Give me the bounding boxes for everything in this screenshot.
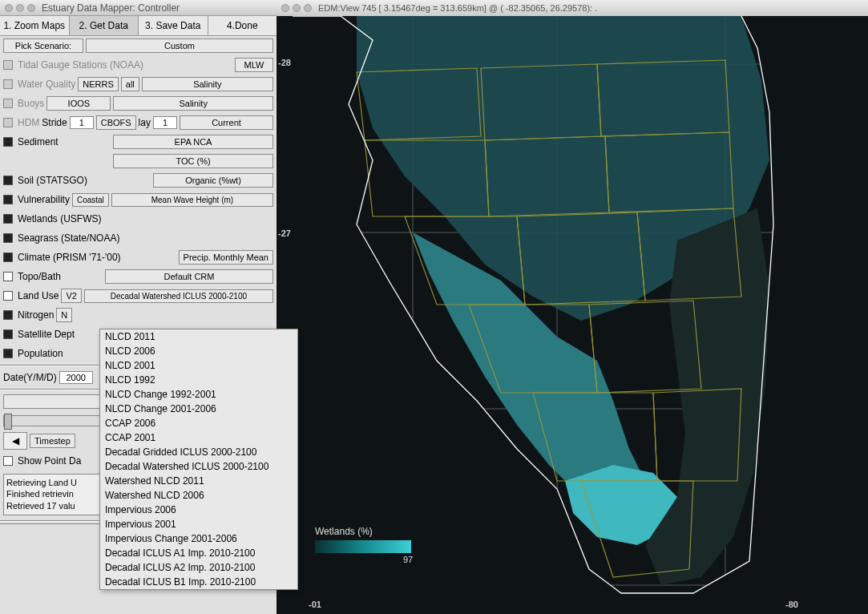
dropdown-item[interactable]: Watershed NLCD 2006 bbox=[100, 488, 297, 503]
climate-checkbox[interactable] bbox=[3, 252, 13, 262]
tab-save-data[interactable]: 3. Save Data bbox=[139, 16, 208, 35]
climate-precip-button[interactable]: Precip. Monthly Mean bbox=[179, 250, 273, 265]
topo-checkbox[interactable] bbox=[3, 272, 13, 281]
viewer-titlebar: EDM:View 745 [ 3.15467deg = 313.659km] @… bbox=[277, 0, 868, 16]
dropdown-item[interactable]: Decadal ICLUS A1 Imp. 2010-2100 bbox=[100, 546, 297, 560]
controller-titlebar: Estuary Data Mapper: Controller bbox=[0, 0, 277, 16]
scenario-select[interactable]: Custom bbox=[86, 38, 273, 53]
dropdown-item[interactable]: Impervious Change 2001-2006 bbox=[100, 531, 297, 546]
buoys-label: Buoys bbox=[18, 98, 44, 109]
tidal-label: Tidal Gauge Stations (NOAA) bbox=[18, 59, 143, 71]
buoys-ioos-button[interactable]: IOOS bbox=[46, 96, 111, 111]
dropdown-item[interactable]: CCAP 2006 bbox=[100, 416, 297, 430]
vuln-label: Vulnerability bbox=[18, 194, 70, 205]
lat-tick: -27 bbox=[278, 228, 291, 238]
controller-panel: Estuary Data Mapper: Controller 1. Zoom … bbox=[0, 0, 277, 614]
nitrogen-checkbox[interactable] bbox=[3, 310, 13, 320]
dropdown-item[interactable]: Decadal ICLUS A2 Imp. 2010-2100 bbox=[100, 560, 297, 575]
buoys-checkbox[interactable] bbox=[3, 99, 13, 108]
vuln-coastal-button[interactable]: Coastal bbox=[72, 193, 109, 207]
soil-checkbox[interactable] bbox=[3, 176, 13, 185]
tab-zoom-maps[interactable]: 1. Zoom Maps bbox=[0, 16, 70, 35]
dropdown-item[interactable]: Watershed NLCD 2011 bbox=[100, 474, 297, 488]
legend-title: Wetlands (%) bbox=[315, 526, 413, 537]
lat-tick: -28 bbox=[278, 58, 291, 67]
dropdown-item[interactable]: NLCD Change 2001-2006 bbox=[100, 402, 297, 416]
dropdown-item[interactable]: NLCD 1992 bbox=[100, 373, 297, 387]
dropdown-item[interactable]: Decadal Gridded ICLUS 2000-2100 bbox=[100, 445, 297, 459]
hdm-checkbox[interactable] bbox=[3, 118, 13, 127]
wq-all-button[interactable]: all bbox=[121, 77, 139, 91]
seagrass-checkbox[interactable] bbox=[3, 233, 13, 243]
population-checkbox[interactable] bbox=[3, 349, 13, 358]
nitrogen-n-button[interactable]: N bbox=[56, 308, 72, 322]
lay-label: lay bbox=[139, 117, 151, 128]
topo-label: Topo/Bath bbox=[18, 271, 61, 282]
tidal-checkbox[interactable] bbox=[3, 60, 13, 70]
dropdown-item[interactable]: Decadal ICLUS B1 Imp. 2010-2100 bbox=[100, 575, 297, 589]
hdm-label: HDM bbox=[18, 117, 39, 128]
date-label: Date(Y/M/D) bbox=[3, 372, 57, 383]
tab-done[interactable]: 4.Done bbox=[208, 16, 277, 35]
wq-nerrs-button[interactable]: NERRS bbox=[78, 77, 119, 91]
satellite-label: Satellite bbox=[18, 329, 52, 340]
map-canvas[interactable] bbox=[277, 16, 868, 614]
seagrass-label: Seagrass (State/NOAA) bbox=[18, 232, 119, 244]
dropdown-item[interactable]: NLCD 2001 bbox=[100, 358, 297, 373]
landuse-checkbox[interactable] bbox=[3, 291, 13, 301]
sediment-checkbox[interactable] bbox=[3, 137, 13, 147]
sediment-epa-button[interactable]: EPA NCA bbox=[113, 135, 273, 149]
vuln-wave-button[interactable]: Mean Wave Height (m) bbox=[111, 193, 273, 207]
date-year-input[interactable] bbox=[59, 371, 93, 384]
tidal-mlw-button[interactable]: MLW bbox=[235, 58, 273, 72]
traffic-lights[interactable] bbox=[281, 4, 312, 12]
show-point-checkbox[interactable] bbox=[3, 456, 13, 466]
hdm-current-button[interactable]: Current bbox=[180, 115, 273, 130]
dropdown-item[interactable]: Impervious 2001 bbox=[100, 517, 297, 531]
tab-get-data[interactable]: 2. Get Data bbox=[70, 16, 139, 35]
wetlands-label: Wetlands (USFWS) bbox=[18, 213, 101, 224]
controller-title: Estuary Data Mapper: Controller bbox=[42, 2, 180, 14]
map-viewer: EDM:View 745 [ 3.15467deg = 313.659km] @… bbox=[277, 0, 868, 614]
lon-tick: -01 bbox=[309, 600, 321, 609]
climate-label: Climate (PRISM '71-'00) bbox=[18, 252, 121, 263]
dropdown-item[interactable]: NLCD 2006 bbox=[100, 344, 297, 358]
landuse-select[interactable]: Decadal Watershed ICLUS 2000-2100 bbox=[84, 289, 273, 303]
satellite-dept: Dept bbox=[55, 329, 75, 340]
legend-colorbar bbox=[315, 540, 411, 553]
show-point-label: Show Point Da bbox=[18, 455, 81, 467]
dropdown-item[interactable]: NLCD Change 1992-2001 bbox=[100, 387, 297, 402]
sediment-label: Sediment bbox=[18, 136, 59, 147]
hdm-src-button[interactable]: CBOFS bbox=[96, 115, 136, 130]
sediment-toc-button[interactable]: TOC (%) bbox=[113, 154, 273, 168]
landuse-dropdown: NLCD 2011NLCD 2006NLCD 2001NLCD 1992NLCD… bbox=[99, 329, 298, 590]
stride-input[interactable] bbox=[70, 116, 94, 129]
top-tabs: 1. Zoom Maps 2. Get Data 3. Save Data 4.… bbox=[0, 16, 277, 36]
stride-label: Stride bbox=[42, 117, 67, 128]
soil-organic-button[interactable]: Organic (%wt) bbox=[153, 173, 273, 188]
wq-salinity-button[interactable]: Salinity bbox=[142, 77, 273, 91]
legend-max: 97 bbox=[403, 555, 413, 564]
wq-checkbox[interactable] bbox=[3, 79, 13, 89]
lay-input[interactable] bbox=[153, 116, 177, 129]
vuln-checkbox[interactable] bbox=[3, 195, 13, 204]
map-legend: Wetlands (%) 97 bbox=[315, 526, 413, 564]
landuse-label: Land Use bbox=[18, 290, 59, 301]
timestep-label: Timestep bbox=[30, 434, 75, 448]
wetlands-checkbox[interactable] bbox=[3, 214, 13, 224]
dropdown-item[interactable]: CCAP 2001 bbox=[100, 430, 297, 445]
landuse-v2-button[interactable]: V2 bbox=[61, 289, 81, 303]
dropdown-item[interactable]: NLCD 2011 bbox=[100, 329, 297, 344]
timestep-prev-button[interactable]: ◀ bbox=[3, 432, 27, 450]
soil-label: Soil (STATSGO) bbox=[18, 175, 87, 186]
pick-scenario-label: Pick Scenario: bbox=[3, 38, 83, 53]
traffic-lights[interactable] bbox=[5, 4, 35, 12]
buoys-salinity-button[interactable]: Salinity bbox=[113, 96, 273, 111]
population-label: Population bbox=[18, 348, 63, 359]
topo-crm-button[interactable]: Default CRM bbox=[105, 269, 273, 284]
dropdown-item[interactable]: Decadal Watershed ICLUS 2000-2100 bbox=[100, 459, 297, 474]
satellite-checkbox[interactable] bbox=[3, 329, 13, 339]
nitrogen-label: Nitrogen bbox=[18, 309, 54, 321]
dropdown-item[interactable]: Impervious 2006 bbox=[100, 503, 297, 517]
wq-label: Water Quality bbox=[18, 79, 75, 90]
